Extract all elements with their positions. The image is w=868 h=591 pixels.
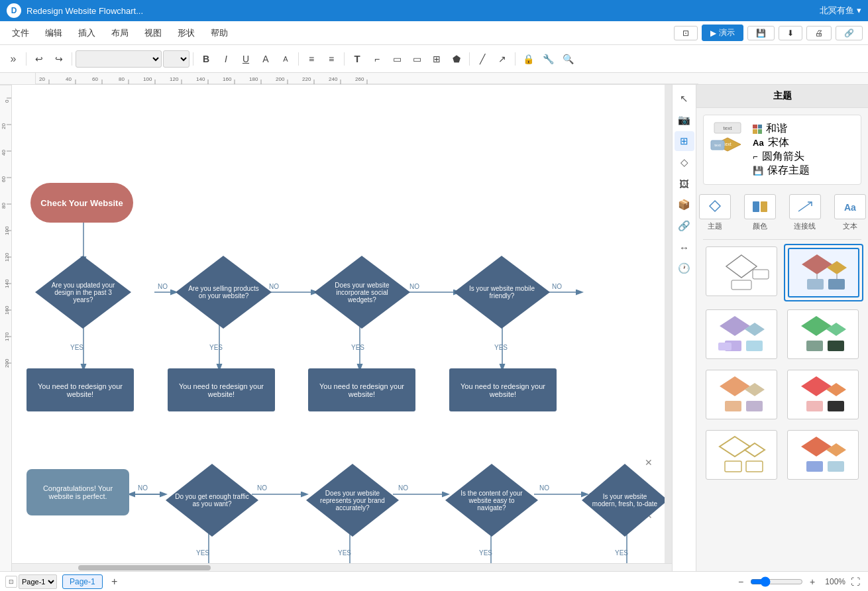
image-btn[interactable]: 🖼	[675, 174, 694, 193]
menu-insert[interactable]: 插入	[72, 25, 102, 42]
diamond-4-container[interactable]: Is your website mobile friendly?	[454, 256, 550, 329]
zoom-out-btn[interactable]: −	[734, 575, 747, 588]
diamond-2-container[interactable]: Are you selling products on your website…	[176, 256, 272, 329]
theme-thumb-8[interactable]	[785, 427, 862, 482]
fit-btn[interactable]: ⊡	[674, 26, 698, 40]
redo-btn[interactable]: ↪	[50, 50, 68, 68]
print-btn[interactable]: 🖨	[806, 26, 832, 40]
menu-edit[interactable]: 编辑	[38, 25, 69, 42]
align-btn[interactable]: ≡	[322, 50, 341, 68]
page-selector[interactable]: Page-1	[19, 574, 57, 589]
share-btn[interactable]: 🔗	[836, 26, 863, 40]
svg-text:200: 200	[276, 76, 285, 82]
menu-view[interactable]: 视图	[138, 25, 168, 42]
package-btn[interactable]: 📦	[675, 195, 694, 215]
expand-toolbar-btn[interactable]: »	[4, 50, 23, 68]
italic-btn[interactable]: I	[217, 50, 235, 68]
text-icon-svg: Aa	[841, 199, 859, 214]
svg-text:NO: NO	[138, 484, 148, 492]
menu-layout[interactable]: 布局	[105, 25, 135, 42]
svg-rect-123	[828, 341, 844, 351]
user-menu[interactable]: 北冥有鱼 ▾	[820, 5, 861, 17]
style-tab-connector[interactable]: 连接线	[785, 191, 825, 234]
theme-option-songti[interactable]: Aa 宋体	[753, 136, 810, 150]
download-btn[interactable]: ⬇	[779, 26, 802, 40]
undo-btn[interactable]: ↩	[30, 50, 48, 68]
congrats-node[interactable]: Congratulations! Your website is perfect…	[27, 469, 129, 515]
rect-1[interactable]: You need to redesign your website!	[27, 368, 134, 411]
style-tab-text[interactable]: Aa 文本	[830, 191, 869, 234]
theme-option-harmony[interactable]: 和谐	[753, 122, 810, 136]
diamond-7-container[interactable]: Is the content of your website easy to n…	[445, 464, 538, 537]
theme-thumb-1[interactable]	[703, 244, 780, 301]
bold-btn[interactable]: B	[197, 50, 215, 68]
diamond-3-container[interactable]: Does your website incorporate social wed…	[314, 256, 410, 329]
rect-btn[interactable]: ▭	[388, 50, 406, 68]
diamond-8-container[interactable]: Is your website modern, fresh, to-date	[582, 464, 665, 537]
font-size-select[interactable]	[163, 50, 190, 68]
save-icon: 💾	[753, 166, 763, 176]
style-tab-theme[interactable]: 主题	[696, 191, 735, 234]
fill-btn[interactable]: ⬟	[447, 50, 466, 68]
history-btn[interactable]: 🕐	[675, 258, 694, 278]
align-left-btn[interactable]: ≡	[302, 50, 321, 68]
svg-text:120: 120	[170, 76, 179, 82]
zoom-in-btn[interactable]: +	[806, 575, 819, 588]
search-btn[interactable]: 🔍	[559, 50, 577, 68]
style-tab-color[interactable]: 颜色	[740, 191, 780, 234]
rect2-btn[interactable]: ▭	[407, 50, 426, 68]
font-select[interactable]	[76, 50, 162, 68]
menu-file[interactable]: 文件	[5, 25, 36, 42]
text-btn[interactable]: T	[348, 50, 366, 68]
line-btn[interactable]: ╱	[473, 50, 492, 68]
table-btn[interactable]: ⊞	[427, 50, 446, 68]
theme-thumb-7[interactable]	[703, 427, 781, 482]
expand-btn[interactable]: ↔	[675, 237, 694, 257]
present-btn[interactable]: ▶ 演示	[702, 25, 743, 41]
page-icon: ⊡	[5, 576, 17, 588]
rect-2[interactable]: You need to redesign your website!	[168, 368, 275, 411]
menu-help[interactable]: 帮助	[204, 25, 235, 42]
wrench-btn[interactable]: 🔧	[539, 50, 557, 68]
theme-thumb-2[interactable]	[784, 244, 863, 301]
diamond-4-label: Is your website mobile friendly?	[454, 256, 550, 329]
rect-3[interactable]: You need to redesign your website!	[308, 368, 415, 411]
canvas[interactable]: NO NO NO NO YES YES YES YES NO NO NO NO …	[12, 85, 665, 571]
lock-btn[interactable]: 🔒	[519, 50, 537, 68]
save-btn[interactable]: 💾	[747, 26, 775, 40]
camera-btn[interactable]: 📷	[675, 110, 694, 130]
underline-btn[interactable]: U	[237, 50, 255, 68]
menu-shape[interactable]: 形状	[171, 25, 201, 42]
save-label: 保存主题	[767, 164, 810, 178]
sep7	[515, 52, 515, 66]
diamond-5-container[interactable]: Do you get enough traffic as you want?	[166, 464, 258, 537]
fullscreen-btn[interactable]: ⛶	[848, 574, 863, 589]
page-tab-1[interactable]: Page-1	[62, 574, 103, 589]
theme-option-rounded-arrow[interactable]: ⌐ 圆角箭头	[753, 150, 810, 164]
theme-thumb-3[interactable]	[703, 307, 781, 362]
link-btn[interactable]: 🔗	[675, 216, 694, 236]
cursor-btn[interactable]: ↖	[675, 89, 694, 109]
font-size-btn[interactable]: A	[276, 50, 295, 68]
arrow-btn[interactable]: ↗	[493, 50, 512, 68]
start-node[interactable]: Check Your Website	[30, 183, 133, 223]
horizontal-scrollbar[interactable]	[12, 563, 672, 571]
diamond-6-container[interactable]: Does your website represents your brand …	[306, 464, 399, 537]
canvas-area[interactable]: NO NO NO NO YES YES YES YES NO NO NO NO …	[12, 85, 672, 571]
horizontal-ruler: 20 40 60 80 100 120 140 160 180 200 220 …	[36, 73, 868, 85]
font-color-btn[interactable]: A	[256, 50, 275, 68]
theme-option-save[interactable]: 💾 保存主题	[753, 164, 810, 178]
theme-thumb-6[interactable]	[785, 367, 862, 422]
shape-btn[interactable]: ◇	[675, 152, 694, 172]
theme-thumb-5[interactable]	[703, 367, 781, 422]
theme-thumb-4[interactable]	[785, 307, 862, 362]
connect-btn[interactable]: ⌐	[368, 50, 386, 68]
diamond-1-container[interactable]: Are you updated your design in the past …	[35, 256, 131, 329]
diamond-3-label: Does your website incorporate social wed…	[314, 256, 410, 329]
add-page-btn[interactable]: +	[108, 575, 121, 588]
divider-1	[703, 239, 861, 240]
zoom-slider[interactable]	[750, 576, 803, 587]
scrollbar-thumb[interactable]	[78, 565, 211, 570]
grid-btn[interactable]: ⊞	[675, 131, 694, 151]
rect-4[interactable]: You need to redesign your website!	[449, 368, 557, 411]
